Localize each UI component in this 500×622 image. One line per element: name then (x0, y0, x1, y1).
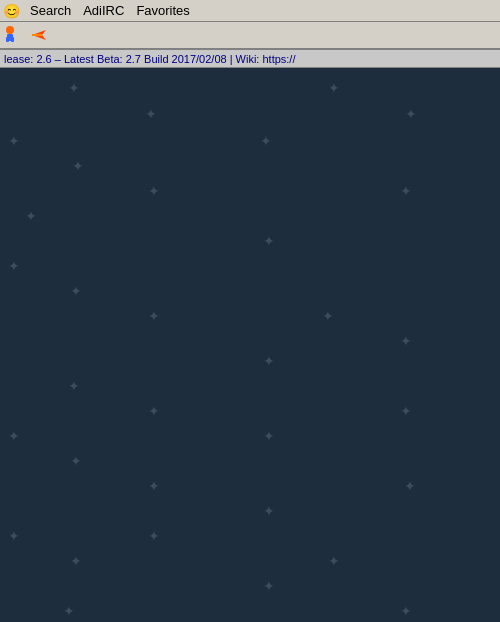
toolbar (0, 22, 500, 50)
star-decoration (8, 133, 20, 149)
star-decoration (148, 528, 160, 544)
menu-favorites[interactable]: Favorites (130, 0, 195, 21)
app-icon: 😊 (2, 2, 20, 20)
star-decoration (148, 308, 160, 324)
statusbar: lease: 2.6 – Latest Beta: 2.7 Build 2017… (0, 50, 500, 68)
star-decoration (400, 603, 412, 619)
star-decoration (70, 283, 82, 299)
toolbar-arrow-icon (28, 24, 50, 46)
star-decoration (25, 208, 37, 224)
toolbar-character-icon (4, 24, 26, 46)
star-decoration (263, 503, 275, 519)
star-decoration (145, 106, 157, 122)
menu-adiirc[interactable]: AdiIRC (77, 0, 130, 21)
star-decoration (263, 233, 275, 249)
star-decoration (263, 428, 275, 444)
menubar: 😊 Search AdiIRC Favorites (0, 0, 500, 22)
main-content (0, 68, 500, 622)
star-decoration (263, 578, 275, 594)
statusbar-text: lease: 2.6 – Latest Beta: 2.7 Build 2017… (4, 53, 295, 65)
star-decoration (72, 158, 84, 174)
star-decoration (68, 378, 80, 394)
star-decoration (260, 133, 272, 149)
star-decoration (148, 183, 160, 199)
star-decoration (148, 403, 160, 419)
star-decoration (322, 308, 334, 324)
star-decoration (400, 183, 412, 199)
star-decoration (8, 258, 20, 274)
svg-rect-2 (6, 37, 9, 42)
star-decoration (263, 353, 275, 369)
star-decoration (70, 453, 82, 469)
star-decoration (405, 106, 417, 122)
menu-search[interactable]: Search (24, 0, 77, 21)
star-decoration (63, 603, 75, 619)
star-decoration (70, 553, 82, 569)
star-decoration (148, 478, 160, 494)
star-decoration (328, 80, 340, 96)
star-decoration (404, 478, 416, 494)
star-decoration (8, 528, 20, 544)
star-decoration (400, 403, 412, 419)
star-decoration (8, 428, 20, 444)
star-decoration (328, 553, 340, 569)
svg-point-0 (6, 26, 14, 34)
svg-rect-3 (11, 37, 14, 42)
star-decoration (400, 333, 412, 349)
star-decoration (68, 80, 80, 96)
